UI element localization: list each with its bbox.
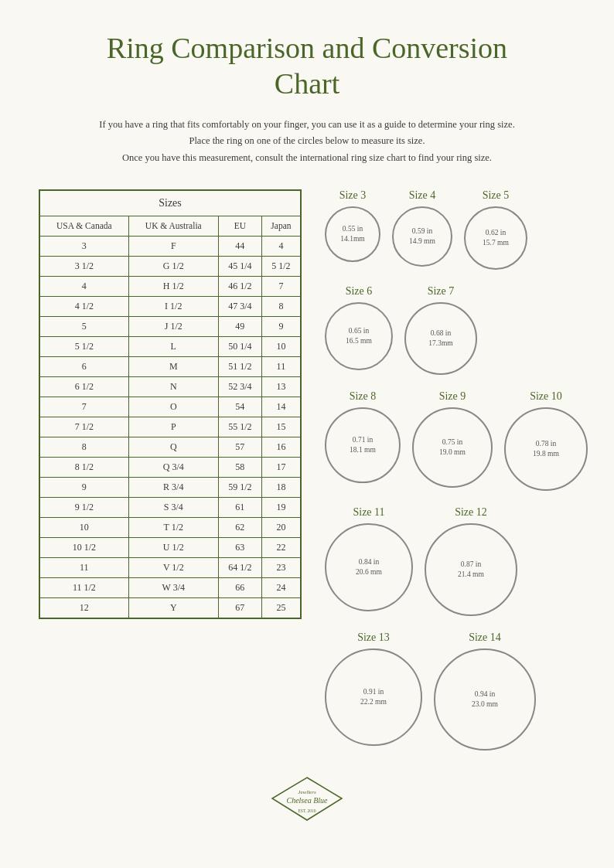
table-cell: 8: [39, 437, 128, 457]
main-content: Sizes USA & Canada UK & Australia EU Jap…: [39, 189, 575, 751]
circle-ring: 0.55 in14.1mm: [325, 206, 380, 262]
circle-measurement: 0.87 in21.4 mm: [458, 560, 484, 580]
circle-measurement: 0.68 in17.3mm: [428, 328, 452, 349]
circle-item: Size 70.68 in17.3mm: [404, 285, 477, 375]
table-cell: M: [128, 356, 218, 376]
table-cell: 9: [261, 316, 301, 336]
table-cell: 46 1/2: [218, 276, 261, 296]
table-cell: 10: [39, 517, 128, 537]
circle-item: Size 80.71 in18.1 mm: [325, 390, 401, 483]
table-row: 4H 1/246 1/27: [39, 276, 301, 296]
table-cell: P: [128, 417, 218, 437]
circle-label: Size 8: [350, 390, 377, 403]
table-cell: 62: [218, 517, 261, 537]
table-cell: 10 1/2: [39, 537, 128, 557]
table-cell: 58: [218, 457, 261, 477]
table-cell: 57: [218, 437, 261, 457]
table-cell: 17: [261, 457, 301, 477]
table-cell: 14: [261, 397, 301, 417]
circle-label: Size 9: [439, 390, 466, 403]
table-cell: 67: [218, 597, 261, 618]
table-cell: W 3/4: [128, 577, 218, 597]
table-cell: 63: [218, 537, 261, 557]
table-cell: 54: [218, 397, 261, 417]
circle-ring: 0.65 in16.5 mm: [325, 302, 393, 370]
table-cell: G 1/2: [128, 256, 218, 276]
circle-ring: 0.68 in17.3mm: [404, 302, 477, 375]
table-cell: 51 1/2: [218, 356, 261, 376]
table-cell: 8: [261, 296, 301, 316]
table-cell: 8 1/2: [39, 457, 128, 477]
table-cell: 61: [218, 497, 261, 517]
circle-label: Size 6: [346, 285, 373, 298]
table-cell: T 1/2: [128, 517, 218, 537]
table-cell: V 1/2: [128, 557, 218, 577]
table-row: 8Q5716: [39, 437, 301, 457]
circle-measurement: 0.94 in23.0 mm: [472, 689, 498, 710]
table-cell: 9 1/2: [39, 497, 128, 517]
circle-label: Size 13: [357, 631, 390, 644]
table-row: 9 1/2S 3/46119: [39, 497, 301, 517]
circle-row: Size 130.91 in22.2 mmSize 140.94 in23.0 …: [325, 631, 588, 751]
table-cell: 59 1/2: [218, 477, 261, 497]
circle-item: Size 40.59 in14.9 mm: [392, 189, 452, 267]
table-cell: 12: [39, 597, 128, 618]
circle-item: Size 60.65 in16.5 mm: [325, 285, 393, 370]
table-cell: 44: [218, 236, 261, 256]
table-cell: 11 1/2: [39, 577, 128, 597]
table-header: Sizes: [39, 190, 301, 216]
circle-row: Size 80.71 in18.1 mmSize 90.75 in19.0 mm…: [325, 390, 588, 491]
circle-item: Size 50.62 in15.7 mm: [464, 189, 527, 270]
table-cell: 45 1/4: [218, 256, 261, 276]
circle-label: Size 7: [428, 285, 455, 298]
table-cell: 5: [39, 316, 128, 336]
circle-measurement: 0.59 in14.9 mm: [409, 226, 435, 247]
table-cell: 50 1/4: [218, 336, 261, 356]
table-cell: 6: [39, 356, 128, 376]
table-cell: Y: [128, 597, 218, 618]
circle-measurement: 0.91 in22.2 mm: [360, 687, 387, 708]
table-row: 6M51 1/211: [39, 356, 301, 376]
svg-text:Jewllers: Jewllers: [298, 789, 316, 795]
circle-item: Size 100.78 in19.8 mm: [504, 390, 588, 491]
table-cell: 52 3/4: [218, 376, 261, 397]
table-cell: 49: [218, 316, 261, 336]
table-cell: 55 1/2: [218, 417, 261, 437]
table-cell: 7: [39, 397, 128, 417]
circle-row: Size 60.65 in16.5 mmSize 70.68 in17.3mm: [325, 285, 588, 375]
table-cell: 3: [39, 236, 128, 256]
circle-ring: 0.91 in22.2 mm: [325, 648, 422, 746]
circle-item: Size 130.91 in22.2 mm: [325, 631, 422, 746]
circle-label: Size 4: [409, 189, 436, 202]
circle-ring: 0.75 in19.0 mm: [412, 407, 493, 488]
table-cell: 10: [261, 336, 301, 356]
circle-ring: 0.62 in15.7 mm: [464, 206, 527, 270]
table-row: 4 1/2I 1/247 3/48: [39, 296, 301, 316]
table-cell: L: [128, 336, 218, 356]
circle-measurement: 0.71 in18.1 mm: [350, 435, 376, 456]
col-usa: USA & Canada: [39, 216, 128, 236]
table-row: 10T 1/26220: [39, 517, 301, 537]
table-cell: 25: [261, 597, 301, 618]
col-uk: UK & Australia: [128, 216, 218, 236]
table-cell: 4: [39, 276, 128, 296]
svg-text:Chelsea Blue: Chelsea Blue: [286, 796, 328, 805]
table-row: 11V 1/264 1/223: [39, 557, 301, 577]
circle-item: Size 140.94 in23.0 mm: [434, 631, 536, 751]
circles-section: Size 30.55 in14.1mmSize 40.59 in14.9 mmS…: [325, 189, 588, 751]
table-row: 5J 1/2499: [39, 316, 301, 336]
size-table: Sizes USA & Canada UK & Australia EU Jap…: [39, 189, 302, 619]
table-cell: 15: [261, 417, 301, 437]
table-cell: 11: [261, 356, 301, 376]
circle-item: Size 90.75 in19.0 mm: [412, 390, 493, 488]
table-cell: 4 1/2: [39, 296, 128, 316]
table-row: 11 1/2W 3/46624: [39, 577, 301, 597]
col-japan: Japan: [261, 216, 301, 236]
circle-measurement: 0.84 in20.6 mm: [356, 557, 382, 578]
circle-measurement: 0.55 in14.1mm: [340, 224, 364, 245]
circle-ring: 0.78 in19.8 mm: [504, 407, 588, 491]
circle-ring: 0.59 in14.9 mm: [392, 206, 452, 267]
table-section: Sizes USA & Canada UK & Australia EU Jap…: [39, 189, 302, 619]
circle-ring: 0.94 in23.0 mm: [434, 648, 536, 751]
circle-item: Size 120.87 in21.4 mm: [425, 506, 517, 616]
